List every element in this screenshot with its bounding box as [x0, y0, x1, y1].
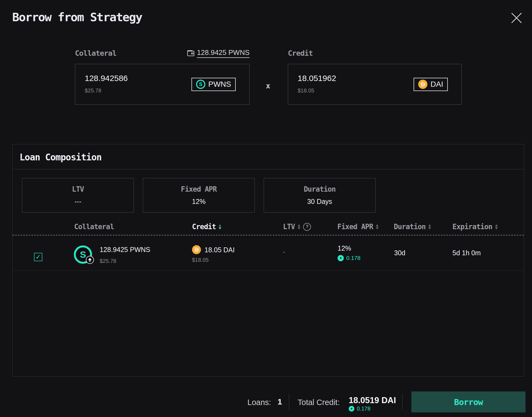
pwns-token-letter: S: [199, 81, 203, 87]
credit-amount-input[interactable]: 18.051962: [298, 74, 336, 83]
loans-count: 1: [278, 397, 282, 406]
collateral-token-symbol: PWNS: [208, 80, 231, 89]
stat-apr-value: 12%: [192, 198, 206, 206]
collateral-section: Collateral 128.9425 PWNS 128.942586 $25.…: [75, 48, 250, 105]
footer-divider: [402, 394, 402, 409]
credit-token-symbol: DAI: [430, 80, 443, 89]
stat-duration-label: Duration: [304, 185, 335, 193]
collateral-amount-box: 128.942586 $25.78 S PWNS: [75, 64, 250, 105]
credit-amount-box: 18.051962 $18.05 DAI: [288, 64, 462, 105]
row-credit-fiat: $18.05: [192, 257, 209, 263]
swap-separator: x: [266, 82, 270, 90]
total-credit-reward: ✦ 0.178: [349, 406, 370, 412]
panel-divider: [12, 169, 524, 169]
stat-box-fixed-apr: Fixed APR 12%: [143, 178, 255, 213]
close-icon[interactable]: [509, 10, 524, 26]
wallet-icon: [187, 50, 194, 56]
total-credit-value: 18.0519 DAI: [349, 396, 396, 405]
stat-duration-value: 30 Days: [307, 198, 332, 206]
row-collateral-fiat: $25.78: [100, 258, 150, 264]
ltv-help-icon[interactable]: ?: [303, 223, 311, 231]
column-header-ltv[interactable]: LTV ?: [283, 223, 311, 231]
row-bottom-border: [12, 270, 524, 271]
collateral-fiat-value: $25.78: [85, 88, 128, 94]
row-collateral-cell: 128.9425 PWNS $25.78: [100, 246, 150, 264]
footer-sparkle-glyph: ✦: [350, 407, 353, 410]
footer-reward-value: 0.178: [357, 406, 370, 412]
close-x-glyph: [510, 11, 523, 24]
column-header-fixed-apr[interactable]: Fixed APR: [337, 223, 379, 231]
stat-box-ltv: LTV ---: [22, 178, 134, 213]
borrow-button[interactable]: Borrow: [411, 391, 525, 412]
dai-token-icon: [418, 80, 427, 89]
loan-composition-panel: Loan Composition LTV --- Fixed APR 12% D…: [12, 144, 524, 376]
loan-composition-title: Loan Composition: [20, 152, 102, 163]
row-credit-amount: 18.05 DAI: [204, 246, 235, 254]
row-apr-reward: 0.178: [346, 255, 361, 261]
row-collateral-amount: 128.9425 PWNS: [100, 246, 150, 254]
row-pwns-token-letter: S: [80, 249, 86, 260]
stat-apr-label: Fixed APR: [181, 185, 217, 193]
chain-badge-icon: [86, 256, 94, 264]
row-duration-value: 30d: [394, 249, 405, 257]
stat-box-duration: Duration 30 Days: [264, 178, 376, 213]
collateral-amount-input[interactable]: 128.942586: [85, 74, 128, 83]
sort-icon-fixed-apr[interactable]: [376, 224, 379, 229]
row-pwns-token-icon: S: [74, 245, 92, 264]
sort-icon-ltv[interactable]: [298, 224, 300, 229]
wallet-balance-text: 128.9425 PWNS: [197, 48, 250, 58]
collateral-label: Collateral: [75, 49, 117, 57]
credit-token-select[interactable]: DAI: [414, 78, 448, 91]
row-expiration-value: 5d 1h 0m: [452, 249, 481, 257]
collateral-token-select[interactable]: S PWNS: [191, 78, 236, 91]
sparkle-glyph: ✦: [339, 256, 342, 260]
column-header-credit[interactable]: Credit: [192, 223, 221, 231]
sort-icon-expiration[interactable]: [495, 224, 498, 229]
strategy-stats: LTV --- Fixed APR 12% Duration 30 Days: [22, 178, 376, 213]
column-header-collateral: Collateral: [74, 223, 114, 231]
question-glyph: ?: [306, 224, 308, 229]
credit-fiat-value: $18.05: [298, 88, 336, 94]
page-title: Borrow from Strategy: [12, 10, 142, 24]
row-fixed-apr-value: 12%: [338, 244, 361, 252]
sort-icon-duration[interactable]: [428, 224, 431, 229]
stat-ltv-value: ---: [75, 198, 81, 206]
row-fixed-apr-cell: 12% ✦ 0.178: [338, 244, 361, 261]
column-header-ltv-label: LTV: [283, 223, 295, 231]
stat-ltv-label: LTV: [72, 185, 84, 193]
wallet-balance-link[interactable]: 128.9425 PWNS: [187, 48, 250, 58]
credit-section: Credit 18.051962 $18.05 DAI: [288, 48, 462, 105]
loans-label: Loans:: [247, 398, 271, 407]
total-credit-label: Total Credit:: [298, 398, 340, 407]
column-header-fixed-apr-label: Fixed APR: [337, 223, 373, 231]
sort-icon-credit[interactable]: [219, 224, 221, 229]
column-header-collateral-label: Collateral: [74, 223, 114, 231]
column-header-duration-label: Duration: [394, 223, 426, 231]
row-checkbox[interactable]: ✓: [34, 253, 42, 261]
reward-sparkle-icon: ✦: [338, 255, 344, 261]
row-dai-token-icon: [192, 245, 201, 254]
footer-divider: [289, 394, 289, 409]
table-header-separator: [12, 235, 524, 235]
credit-label: Credit: [288, 49, 313, 57]
column-header-expiration[interactable]: Expiration: [452, 223, 498, 231]
column-header-credit-label: Credit: [192, 223, 216, 231]
column-header-duration[interactable]: Duration: [394, 223, 431, 231]
checkmark-icon: ✓: [36, 253, 41, 261]
footer-sparkle-icon: ✦: [349, 406, 354, 412]
column-header-expiration-label: Expiration: [452, 223, 492, 231]
row-ltv-value: -: [283, 248, 285, 256]
pwns-token-icon: S: [196, 80, 205, 89]
